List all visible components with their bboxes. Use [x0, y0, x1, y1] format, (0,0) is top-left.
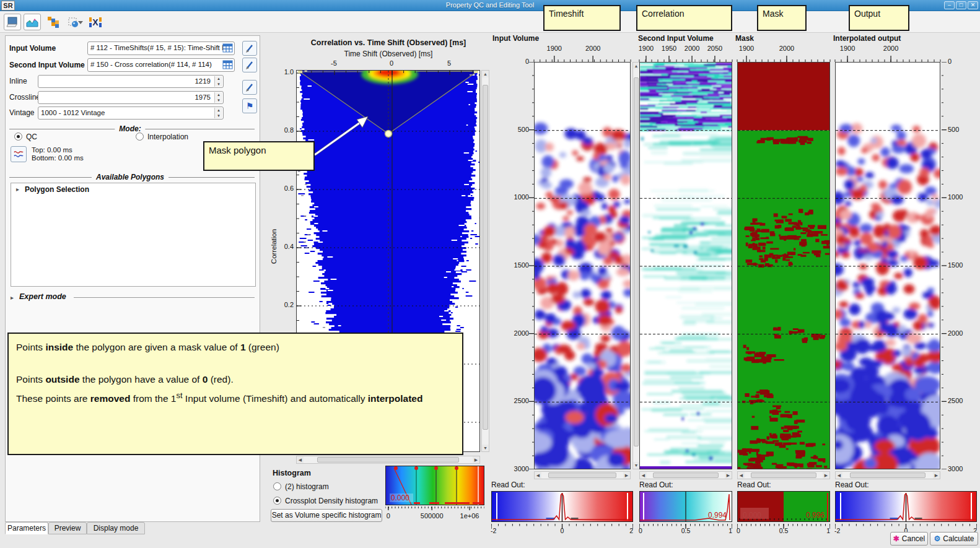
tiles-icon[interactable]	[45, 14, 62, 30]
section-display-icon[interactable]	[4, 14, 21, 30]
panel-image-input-volume[interactable]	[534, 62, 631, 469]
panel-h-scrollbar-input-volume[interactable]: ◀▶	[534, 471, 631, 479]
inline-field[interactable]: 1219 ▲▼	[38, 75, 224, 88]
mode-qc-label[interactable]: QC	[26, 133, 37, 141]
readout-scale-interpolated-output	[835, 522, 977, 527]
inline-spinner[interactable]: ▲▼	[214, 76, 222, 87]
flag-button[interactable]: ⚑	[242, 98, 257, 113]
crossplot-icon[interactable]	[24, 14, 41, 30]
expert-expand-icon[interactable]: ▸	[11, 294, 14, 301]
tab-preview[interactable]: Preview	[48, 522, 87, 534]
crossplot-horizontal-scrollbar[interactable]: ◀▶	[296, 456, 480, 464]
gate-button[interactable]	[11, 146, 27, 162]
titlebar: SR Property QC and Editing Tool – □ ✕	[0, 0, 980, 11]
readout-colorbar-interpolated-output[interactable]	[835, 491, 977, 522]
histogram-option1-label[interactable]: (2) histogram	[285, 482, 329, 491]
panel-x-axis	[533, 53, 631, 62]
scroll-arrow-icon[interactable]: ▶	[933, 472, 940, 479]
close-button[interactable]: ✕	[968, 1, 978, 9]
crossline-spinner[interactable]: ▲▼	[214, 92, 222, 103]
panel-x-tick: 1900	[739, 45, 754, 52]
app-window: SR Property QC and Editing Tool – □ ✕ X …	[0, 0, 980, 548]
scroll-thumb[interactable]	[317, 457, 459, 463]
scroll-arrow-icon[interactable]: ▼	[633, 462, 639, 469]
scroll-arrow-icon[interactable]: ▲	[482, 71, 489, 77]
mode-qc-radio[interactable]	[14, 133, 22, 141]
cancel-button[interactable]: ✱ Cancel	[890, 532, 928, 546]
scroll-arrow-icon[interactable]: ◀	[535, 472, 541, 479]
histogram-option1-radio[interactable]	[273, 482, 281, 490]
scroll-thumb[interactable]	[483, 85, 488, 430]
readout-colorbar-mask[interactable]: 0.0000.996	[737, 491, 830, 522]
scroll-thumb[interactable]	[634, 77, 639, 446]
expert-mode-label[interactable]: Expert mode	[19, 292, 66, 301]
panel-image-interpolated-output[interactable]	[835, 62, 940, 469]
scroll-arrow-icon[interactable]: ▼	[482, 445, 489, 451]
tree-expand-icon[interactable]: ▸	[16, 186, 19, 193]
crossline-field[interactable]: 1975 ▲▼	[38, 91, 224, 104]
scroll-arrow-icon[interactable]: ◀	[738, 472, 745, 479]
tab-display-mode[interactable]: Display mode	[87, 522, 145, 534]
flag-icon: ⚑	[246, 101, 254, 111]
inline-label: Inline	[9, 74, 27, 88]
density-colorbar[interactable]: 0.000	[385, 466, 484, 505]
input-volume-combo[interactable]: # 112 - TimeShifts(# 15, # 15): Time-Shi…	[87, 41, 235, 55]
note-mask: Mask	[757, 5, 807, 31]
scroll-thumb[interactable]	[548, 472, 617, 478]
crossplot-vertical-scrollbar[interactable]: ▲▼	[481, 70, 489, 452]
vintage-combo[interactable]: 1000 - 1012 Vintage ▲▼	[38, 107, 224, 120]
second-input-picker-button[interactable]	[242, 58, 257, 72]
panel-image-mask[interactable]	[737, 62, 830, 469]
panel-title-input-volume: Input Volume	[492, 34, 539, 43]
panel-h-scrollbar-mask[interactable]: ◀▶	[737, 471, 830, 479]
readout-label-mask: Read Out:	[737, 481, 771, 489]
histogram-title: Histogram	[273, 469, 311, 477]
minimize-button[interactable]: –	[944, 1, 955, 9]
vintage-spinner[interactable]: ▲▼	[214, 108, 222, 118]
scroll-arrow-icon[interactable]: ▶	[823, 472, 829, 479]
volume-grid-icon[interactable]	[222, 60, 233, 72]
colorbar-axis-label: 500000	[421, 512, 444, 520]
set-volume-histogram-button[interactable]: Set as Volume specific histogram	[271, 509, 382, 522]
panel-y-tick: 500	[505, 126, 529, 133]
scroll-arrow-icon[interactable]: ◀	[640, 472, 647, 479]
scroll-thumb[interactable]	[850, 472, 926, 478]
panel-h-scrollbar-interpolated-output[interactable]: ◀▶	[835, 471, 940, 479]
panel-h-scrollbar-second-input-volume[interactable]: ◀▶	[639, 471, 732, 479]
histogram-option2-radio[interactable]	[273, 497, 281, 505]
scroll-arrow-icon[interactable]: ▲	[633, 63, 639, 69]
tab-parameters[interactable]: Parameters	[5, 522, 48, 534]
readout-scale-mask	[737, 522, 830, 527]
mode-interpolation-radio[interactable]	[136, 133, 144, 141]
scroll-arrow-icon[interactable]: ▶	[623, 472, 630, 479]
readout-scale-label: 1	[725, 527, 732, 534]
scroll-thumb[interactable]	[653, 472, 719, 478]
panel-image-second-input-volume[interactable]	[639, 62, 732, 469]
scroll-arrow-icon[interactable]: ▶	[725, 472, 732, 479]
scroll-arrow-icon[interactable]: ◀	[836, 472, 842, 479]
panel-x-tick: 2000	[779, 45, 794, 52]
readout-colorbar-second-input-volume[interactable]: 0.994	[639, 491, 732, 522]
readout-colorbar-input-volume[interactable]	[491, 491, 633, 522]
histogram-option2-label[interactable]: Crossplot Density histogram	[285, 497, 378, 505]
position-picker-button[interactable]	[242, 80, 257, 95]
readout-scale-label: -2	[834, 527, 840, 534]
volume-grid-icon[interactable]	[222, 43, 233, 55]
scroll-arrow-icon[interactable]: ▶	[473, 456, 479, 463]
mode-interpolation-label[interactable]: Interpolation	[147, 133, 188, 141]
maximize-button[interactable]: □	[956, 1, 966, 9]
explanation-note: Points inside the polygon are given a ma…	[7, 333, 463, 455]
readout-scale-label: 0.5	[779, 527, 789, 534]
panel-x-tick: 1900	[639, 45, 654, 52]
polygon-selection-item[interactable]: Polygon Selection	[25, 185, 89, 194]
calculate-button[interactable]: ⚙ Calculate	[930, 532, 978, 546]
second-input-combo[interactable]: # 150 - Cross correlation(# 114, # 114)	[87, 58, 235, 72]
input-volume-picker-button[interactable]	[242, 41, 257, 56]
readout-value: 0.994	[708, 511, 727, 520]
cross-section-icon[interactable]: X	[87, 14, 104, 30]
polygon-tree[interactable]: ▸ Polygon Selection	[11, 183, 256, 287]
scroll-arrow-icon[interactable]: ◀	[297, 456, 304, 463]
cancel-label: Cancel	[902, 534, 925, 543]
scroll-thumb[interactable]	[751, 472, 816, 478]
chevron-down-icon[interactable]	[77, 14, 84, 30]
